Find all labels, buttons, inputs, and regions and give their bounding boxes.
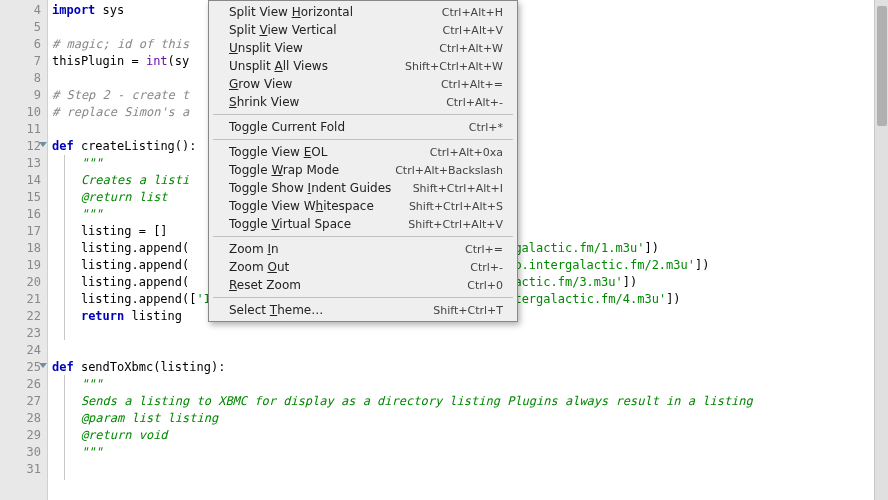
menu-item-accelerator: Shift+Ctrl+Alt+I bbox=[413, 182, 503, 195]
line-number: 10 bbox=[2, 104, 41, 121]
menu-separator bbox=[213, 139, 513, 140]
code-line[interactable] bbox=[52, 342, 888, 359]
code-line[interactable]: Sends a listing to XBMC for display as a… bbox=[52, 393, 888, 410]
menu-item-accelerator: Ctrl+Alt+- bbox=[446, 96, 503, 109]
indent-guide bbox=[64, 155, 65, 340]
menu-item-zoom-in[interactable]: Zoom InCtrl+= bbox=[209, 240, 517, 258]
line-number: 25 bbox=[2, 359, 41, 376]
code-line[interactable]: @param list listing bbox=[52, 410, 888, 427]
line-number: 23 bbox=[2, 325, 41, 342]
menu-item-unsplit-all-views[interactable]: Unsplit All ViewsShift+Ctrl+Alt+W bbox=[209, 57, 517, 75]
line-number: 16 bbox=[2, 206, 41, 223]
line-number: 22 bbox=[2, 308, 41, 325]
line-number: 30 bbox=[2, 444, 41, 461]
menu-item-accelerator: Shift+Ctrl+T bbox=[433, 304, 503, 317]
menu-item-grow-view[interactable]: Grow ViewCtrl+Alt+= bbox=[209, 75, 517, 93]
line-number: 11 bbox=[2, 121, 41, 138]
menu-item-shrink-view[interactable]: Shrink ViewCtrl+Alt+- bbox=[209, 93, 517, 111]
menu-item-label: Split View Horizontal bbox=[229, 5, 353, 19]
line-number: 17 bbox=[2, 223, 41, 240]
view-context-menu: Split View HorizontalCtrl+Alt+HSplit Vie… bbox=[208, 0, 518, 322]
menu-item-zoom-out[interactable]: Zoom OutCtrl+- bbox=[209, 258, 517, 276]
menu-item-label: Toggle View Whitespace bbox=[229, 199, 374, 213]
menu-item-reset-zoom[interactable]: Reset ZoomCtrl+0 bbox=[209, 276, 517, 294]
menu-separator bbox=[213, 236, 513, 237]
menu-item-toggle-virtual-space[interactable]: Toggle Virtual SpaceShift+Ctrl+Alt+V bbox=[209, 215, 517, 233]
indent-guide bbox=[64, 375, 65, 480]
line-number: 19 bbox=[2, 257, 41, 274]
code-line[interactable] bbox=[52, 461, 888, 478]
menu-item-label: Unsplit View bbox=[229, 41, 303, 55]
menu-item-accelerator: Ctrl+0 bbox=[467, 279, 503, 292]
line-number: 7 bbox=[2, 53, 41, 70]
line-number: 31 bbox=[2, 461, 41, 478]
line-number: 15 bbox=[2, 189, 41, 206]
line-number-gutter: 4567891011121314151617181920212223242526… bbox=[0, 0, 48, 500]
menu-item-split-view-vertical[interactable]: Split View VerticalCtrl+Alt+V bbox=[209, 21, 517, 39]
fold-marker-icon[interactable] bbox=[39, 142, 47, 147]
line-number: 13 bbox=[2, 155, 41, 172]
line-number: 9 bbox=[2, 87, 41, 104]
code-line[interactable]: @return void bbox=[52, 427, 888, 444]
scroll-thumb[interactable] bbox=[877, 6, 887, 126]
code-line[interactable]: """ bbox=[52, 444, 888, 461]
menu-item-accelerator: Ctrl+Alt+V bbox=[443, 24, 503, 37]
menu-item-label: Toggle Virtual Space bbox=[229, 217, 351, 231]
menu-item-split-view-horizontal[interactable]: Split View HorizontalCtrl+Alt+H bbox=[209, 3, 517, 21]
line-number: 8 bbox=[2, 70, 41, 87]
menu-item-label: Toggle View EOL bbox=[229, 145, 327, 159]
line-number: 24 bbox=[2, 342, 41, 359]
menu-item-toggle-view-whitespace[interactable]: Toggle View WhitespaceShift+Ctrl+Alt+S bbox=[209, 197, 517, 215]
menu-item-accelerator: Ctrl+Alt+W bbox=[439, 42, 503, 55]
menu-item-toggle-show-indent-guides[interactable]: Toggle Show Indent GuidesShift+Ctrl+Alt+… bbox=[209, 179, 517, 197]
menu-item-accelerator: Ctrl+= bbox=[465, 243, 503, 256]
menu-item-toggle-wrap-mode[interactable]: Toggle Wrap ModeCtrl+Alt+Backslash bbox=[209, 161, 517, 179]
menu-item-unsplit-view[interactable]: Unsplit ViewCtrl+Alt+W bbox=[209, 39, 517, 57]
menu-item-label: Reset Zoom bbox=[229, 278, 301, 292]
line-number: 4 bbox=[2, 2, 41, 19]
line-number: 27 bbox=[2, 393, 41, 410]
menu-item-label: Select Theme… bbox=[229, 303, 323, 317]
line-number: 29 bbox=[2, 427, 41, 444]
menu-item-toggle-current-fold[interactable]: Toggle Current FoldCtrl+* bbox=[209, 118, 517, 136]
menu-item-label: Toggle Show Indent Guides bbox=[229, 181, 391, 195]
line-number: 26 bbox=[2, 376, 41, 393]
menu-separator bbox=[213, 297, 513, 298]
line-number: 28 bbox=[2, 410, 41, 427]
menu-item-accelerator: Ctrl+Alt+0xa bbox=[430, 146, 503, 159]
menu-item-label: Split View Vertical bbox=[229, 23, 337, 37]
code-line[interactable] bbox=[52, 325, 888, 342]
line-number: 5 bbox=[2, 19, 41, 36]
menu-item-label: Shrink View bbox=[229, 95, 299, 109]
line-number: 21 bbox=[2, 291, 41, 308]
menu-item-select-theme[interactable]: Select Theme…Shift+Ctrl+T bbox=[209, 301, 517, 319]
menu-item-accelerator: Shift+Ctrl+Alt+W bbox=[405, 60, 503, 73]
menu-item-label: Grow View bbox=[229, 77, 292, 91]
fold-marker-icon[interactable] bbox=[39, 363, 47, 368]
menu-item-accelerator: Ctrl+- bbox=[470, 261, 503, 274]
code-line[interactable]: """ bbox=[52, 376, 888, 393]
line-number: 20 bbox=[2, 274, 41, 291]
code-line[interactable]: def sendToXbmc(listing): bbox=[52, 359, 888, 376]
menu-item-label: Toggle Current Fold bbox=[229, 120, 345, 134]
menu-item-accelerator: Ctrl+* bbox=[469, 121, 503, 134]
menu-item-accelerator: Ctrl+Alt+= bbox=[441, 78, 503, 91]
menu-item-accelerator: Shift+Ctrl+Alt+S bbox=[409, 200, 503, 213]
line-number: 12 bbox=[2, 138, 41, 155]
vertical-scrollbar[interactable] bbox=[874, 0, 888, 500]
menu-item-accelerator: Ctrl+Alt+H bbox=[442, 6, 503, 19]
menu-item-accelerator: Ctrl+Alt+Backslash bbox=[395, 164, 503, 177]
menu-item-toggle-view-eol[interactable]: Toggle View EOLCtrl+Alt+0xa bbox=[209, 143, 517, 161]
menu-item-label: Unsplit All Views bbox=[229, 59, 328, 73]
menu-item-label: Zoom Out bbox=[229, 260, 289, 274]
menu-item-accelerator: Shift+Ctrl+Alt+V bbox=[408, 218, 503, 231]
line-number: 14 bbox=[2, 172, 41, 189]
line-number: 6 bbox=[2, 36, 41, 53]
menu-item-label: Toggle Wrap Mode bbox=[229, 163, 339, 177]
line-number: 18 bbox=[2, 240, 41, 257]
menu-item-label: Zoom In bbox=[229, 242, 279, 256]
menu-separator bbox=[213, 114, 513, 115]
